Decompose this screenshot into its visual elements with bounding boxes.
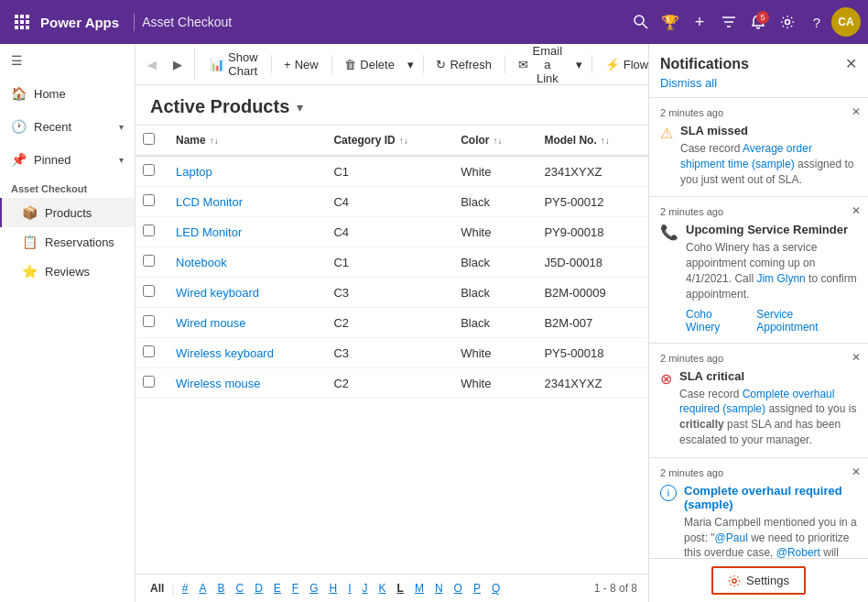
page-j[interactable]: J [359,580,372,597]
sidebar-item-menu[interactable]: ☰ [0,44,135,77]
trophy-icon[interactable]: 🏆 [656,7,685,37]
delete-button[interactable]: 🗑 Delete [337,54,402,75]
notif-close-btn-3[interactable]: ✕ [852,351,861,364]
table-row[interactable]: LCD Monitor C4 Black PY5-00012 [136,187,648,217]
page-q[interactable]: Q [488,580,504,597]
product-name[interactable]: Wireless mouse [165,368,322,399]
notif-time-2: 2 minutes ago [660,206,857,217]
paul-mention-link[interactable]: @Paul [715,531,748,544]
page-m[interactable]: M [411,580,428,597]
product-name[interactable]: Notebook [165,247,322,278]
help-icon[interactable]: ? [802,7,831,37]
topbar-divider [134,13,135,31]
row-checkbox[interactable] [143,194,155,206]
page-b[interactable]: B [213,580,228,597]
new-button[interactable]: + New [277,54,326,75]
page-e[interactable]: E [270,580,285,597]
sidebar-item-reviews[interactable]: ⭐ Reviews [0,257,135,286]
select-all-checkbox[interactable] [143,133,155,145]
forward-button[interactable]: ▶ [165,51,190,77]
name-sort-icon[interactable]: ↑↓ [210,136,219,146]
page-i[interactable]: I [344,580,354,597]
svg-rect-7 [20,26,24,29]
waffle-icon[interactable] [7,7,37,37]
page-all[interactable]: All [146,580,168,597]
flow-button[interactable]: ⚡ Flow [598,54,648,75]
page-h[interactable]: H [326,580,342,597]
refresh-button[interactable]: ↻ Refresh [429,54,499,75]
topbar-title: Asset Checkout [142,15,232,29]
table-row[interactable]: Laptop C1 White 2341XYXZ [136,156,648,187]
page-p[interactable]: P [470,580,484,597]
row-checkbox[interactable] [143,224,155,236]
show-chart-button[interactable]: 📊 Show Chart [202,47,266,82]
plus-icon[interactable]: + [685,7,714,37]
table-row[interactable]: Wireless mouse C2 White 2341XYXZ [136,368,648,399]
refresh-icon: ↻ [436,58,446,71]
page-hash[interactable]: # [179,580,192,597]
sidebar-item-reservations[interactable]: 📋 Reservations [0,227,135,257]
robert-mention-link[interactable]: @Robert [776,546,820,558]
sidebar-item-products[interactable]: 📦 Products [0,198,135,227]
dismiss-all-link[interactable]: Dismiss all [660,76,717,90]
color-sort-icon[interactable]: ↑↓ [493,136,502,146]
page-n[interactable]: N [431,580,447,597]
avatar[interactable]: CA [831,7,861,37]
table-row[interactable]: Wired keyboard C3 Black B2M-00009 [136,278,648,308]
category-sort-icon[interactable]: ↑↓ [399,136,408,146]
sidebar-item-pinned[interactable]: 📌 Pinned ▾ [0,143,135,176]
sla-missed-link[interactable]: Average order shipment time (sample) [680,142,812,170]
product-name[interactable]: LCD Monitor [165,187,322,217]
table-row[interactable]: LED Monitor C4 White PY9-00018 [136,217,648,247]
sidebar-item-home[interactable]: 🏠 Home [0,77,135,110]
product-color: White [450,368,533,399]
product-name[interactable]: LED Monitor [165,217,322,247]
row-checkbox[interactable] [143,285,155,297]
delete-dropdown[interactable]: ▾ [404,54,418,75]
page-k[interactable]: K [375,580,390,597]
email-dropdown[interactable]: ▾ [572,54,586,75]
product-name[interactable]: Wireless keyboard [165,338,322,368]
row-checkbox[interactable] [143,376,155,388]
filter-icon[interactable] [714,7,743,37]
settings-icon[interactable] [773,7,802,37]
model-sort-icon[interactable]: ↑↓ [601,136,610,146]
table-row[interactable]: Wireless keyboard C3 White PY5-00018 [136,338,648,368]
service-appointment-link[interactable]: Service Appointment [756,308,857,334]
page-d[interactable]: D [251,580,266,597]
notif-subject-4[interactable]: Complete overhaul required (sample) [684,484,857,511]
content-area: ◀ ▶ 📊 Show Chart + New 🗑 Delete ▾ [136,44,648,602]
notif-close-button[interactable]: ✕ [845,55,857,72]
table-row[interactable]: Wired mouse C2 Black B2M-007 [136,308,648,338]
bell-icon[interactable]: 5 [743,7,773,37]
page-l[interactable]: L [394,580,407,597]
product-category: C2 [322,368,450,399]
notif-close-btn-4[interactable]: ✕ [852,465,861,478]
notif-close-btn-2[interactable]: ✕ [852,204,861,217]
product-name[interactable]: Wired mouse [165,308,322,338]
page-a[interactable]: A [195,580,210,597]
product-name[interactable]: Wired keyboard [165,278,322,308]
email-link-button[interactable]: ✉ Email a Link [511,44,571,89]
row-checkbox[interactable] [143,345,155,357]
row-checkbox[interactable] [143,255,155,267]
page-f[interactable]: F [288,580,302,597]
page-o[interactable]: O [450,580,466,597]
product-name[interactable]: Laptop [165,156,322,187]
search-icon[interactable] [626,7,656,37]
row-checkbox[interactable] [143,164,155,176]
page-g[interactable]: G [306,580,321,597]
notif-close-btn-1[interactable]: ✕ [852,105,861,118]
sla-critical-link[interactable]: Complete overhaul required (sample) [679,388,834,416]
row-checkbox[interactable] [143,315,155,327]
info-icon-1: i [660,485,677,501]
coho-winery-link[interactable]: Coho Winery [686,308,749,334]
settings-button[interactable]: Settings [711,566,806,595]
table-row[interactable]: Notebook C1 Black J5D-00018 [136,247,648,278]
page-c[interactable]: C [232,580,247,597]
reviews-icon: ⭐ [22,264,38,279]
sidebar-item-recent[interactable]: 🕐 Recent ▾ [0,110,135,143]
jim-glynn-link[interactable]: Jim Glynn [756,272,805,285]
back-button[interactable]: ◀ [139,51,165,77]
view-title-dropdown[interactable]: ▾ [297,100,303,115]
